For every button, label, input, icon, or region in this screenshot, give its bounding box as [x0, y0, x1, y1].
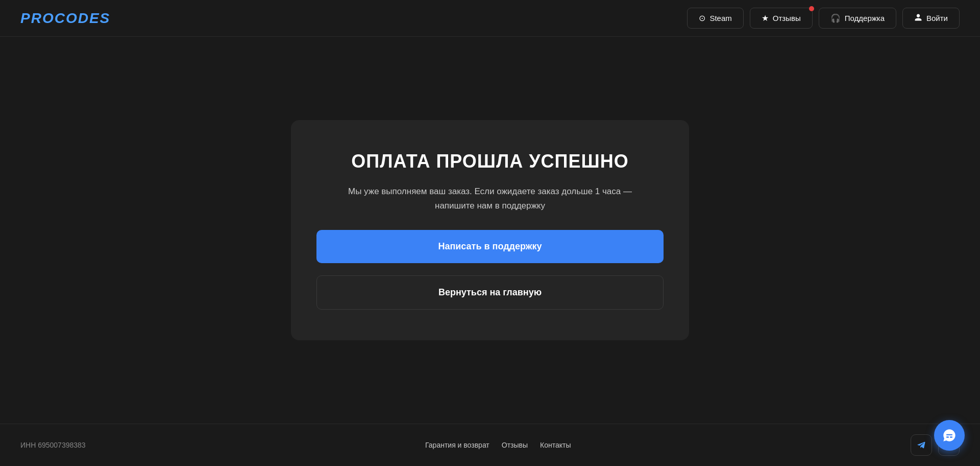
footer-link-reviews[interactable]: Отзывы [502, 441, 528, 449]
headphones-icon: 🎧 [830, 13, 841, 23]
support-button[interactable]: 🎧 Поддержка [819, 8, 896, 29]
telegram-button[interactable] [911, 434, 932, 456]
chat-support-button[interactable] [934, 420, 965, 451]
reviews-button[interactable]: ★ Отзывы [750, 8, 813, 29]
login-button[interactable]: Войти [902, 8, 960, 29]
reviews-label: Отзывы [773, 14, 801, 22]
main-content: ОПЛАТА ПРОШЛА УСПЕШНО Мы уже выполняем в… [0, 37, 980, 424]
logo[interactable]: PROCODES [20, 10, 110, 27]
nav-buttons: ⊙ Steam ★ Отзывы 🎧 Поддержка Войти [687, 8, 960, 29]
success-title: ОПЛАТА ПРОШЛА УСПЕШНО [351, 151, 628, 172]
star-icon: ★ [762, 13, 769, 23]
steam-button[interactable]: ⊙ Steam [687, 8, 743, 29]
user-icon [914, 13, 922, 23]
steam-icon: ⊙ [699, 13, 705, 23]
write-support-button[interactable]: Написать в поддержку [316, 230, 664, 263]
footer-link-guarantee[interactable]: Гарантия и возврат [425, 441, 489, 449]
success-card: ОПЛАТА ПРОШЛА УСПЕШНО Мы уже выполняем в… [291, 120, 689, 340]
inn-text: ИНН 695007398383 [20, 441, 86, 449]
telegram-icon [916, 440, 926, 450]
chat-icon [942, 428, 957, 442]
footer-links: Гарантия и возврат Отзывы Контакты [425, 441, 571, 449]
footer-link-contacts[interactable]: Контакты [540, 441, 571, 449]
support-label: Поддержка [845, 14, 885, 22]
steam-label: Steam [709, 14, 731, 22]
footer: ИНН 695007398383 Гарантия и возврат Отзы… [0, 424, 980, 466]
success-description: Мы уже выполняем ваш заказ. Если ожидает… [332, 184, 648, 212]
go-home-button[interactable]: Вернуться на главную [316, 275, 664, 310]
reviews-notification-dot [809, 6, 814, 11]
login-label: Войти [926, 14, 948, 22]
header: PROCODES ⊙ Steam ★ Отзывы 🎧 Поддержка Во… [0, 0, 980, 37]
